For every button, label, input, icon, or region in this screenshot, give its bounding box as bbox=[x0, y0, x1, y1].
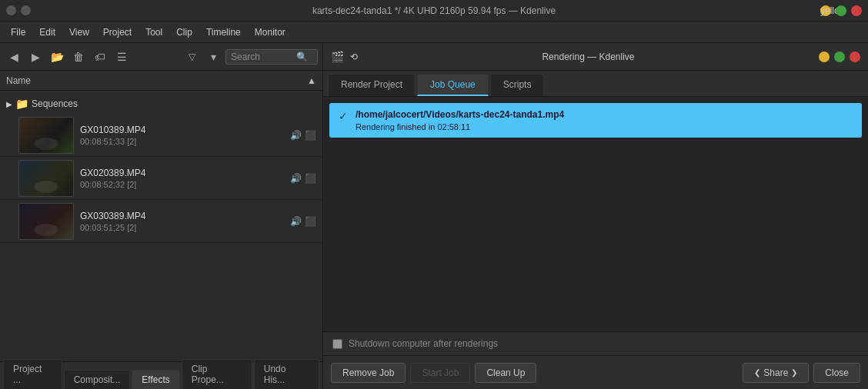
search-input[interactable] bbox=[231, 52, 296, 62]
clip-thumbnail-2 bbox=[18, 160, 74, 197]
folder-icon: 📁 bbox=[15, 98, 28, 110]
tab-clip-prope[interactable]: Clip Prope... bbox=[182, 359, 252, 389]
left-toolbar: ◀ ▶ 📂 🗑 🏷 ☰ ▽ ▾ 🔍 bbox=[0, 43, 322, 71]
menu-clip[interactable]: Clip bbox=[170, 25, 199, 40]
share-button[interactable]: ❮ Share ❯ bbox=[743, 363, 809, 383]
menu-timeline[interactable]: Timeline bbox=[200, 25, 247, 40]
job-item[interactable]: ✓ /home/jalcocert/Videos/karts-dec24-tan… bbox=[329, 103, 862, 138]
name-label: Name bbox=[6, 75, 31, 86]
window-btn-red[interactable] bbox=[851, 5, 862, 16]
right-window-controls: yellow bbox=[820, 5, 862, 16]
rendering-title: Rendering — Kdenlive bbox=[542, 52, 634, 62]
rendering-btn-green[interactable] bbox=[834, 52, 845, 62]
right-action-buttons: ❮ Share ❯ Close bbox=[743, 363, 860, 383]
tab-render-project[interactable]: Render Project bbox=[328, 74, 416, 96]
job-checkmark-icon: ✓ bbox=[339, 110, 348, 122]
rendering-arrow-icon: ⟲ bbox=[350, 52, 358, 62]
video-icon-2: ⬛ bbox=[305, 173, 316, 184]
clip-thumbnail-3 bbox=[18, 203, 74, 240]
shutdown-label: Shutdown computer after renderings bbox=[349, 338, 498, 349]
start-job-button[interactable]: Start Job bbox=[410, 363, 470, 383]
list-item[interactable]: GX010389.MP4 00:08:51;33 [2] 🔊 ⬛ bbox=[0, 114, 322, 157]
close-button[interactable]: Close bbox=[813, 363, 860, 383]
window-btn-yellow[interactable]: yellow bbox=[820, 5, 831, 16]
shutdown-checkbox[interactable] bbox=[332, 339, 342, 349]
clip-info-2: GX020389.MP4 00:08:52;32 [2] bbox=[80, 168, 284, 189]
share-chevron-right-icon: ❯ bbox=[791, 368, 797, 377]
search-icon: 🔍 bbox=[296, 52, 308, 62]
rendering-btn-yellow[interactable] bbox=[819, 52, 830, 62]
title-bar: karts-dec24-tanda1 */ 4K UHD 2160p 59.94… bbox=[0, 0, 868, 22]
job-path: /home/jalcocert/Videos/karts-dec24-tanda… bbox=[356, 109, 853, 120]
add-clip-btn[interactable]: 📂 bbox=[48, 48, 66, 66]
rendering-window-btns bbox=[819, 52, 860, 62]
clip-name-3: GX030389.MP4 bbox=[80, 211, 284, 221]
action-bar: Remove Job Start Job Clean Up ❮ Share ❯ … bbox=[323, 355, 868, 389]
traffic-light-close[interactable] bbox=[6, 5, 16, 15]
clip-icons-1: 🔊 ⬛ bbox=[290, 130, 316, 141]
clean-up-button[interactable]: Clean Up bbox=[475, 363, 536, 383]
job-info: /home/jalcocert/Videos/karts-dec24-tanda… bbox=[356, 109, 853, 131]
tab-scripts[interactable]: Scripts bbox=[490, 74, 545, 96]
remove-job-button[interactable]: Remove Job bbox=[331, 363, 406, 383]
bottom-tab-bar: Project ... Composit... Effects Clip Pro… bbox=[0, 361, 322, 389]
shutdown-row: Shutdown computer after renderings bbox=[323, 331, 868, 355]
menu-file[interactable]: File bbox=[5, 25, 32, 40]
right-panel: 🎬 ⟲ Rendering — Kdenlive Render Project … bbox=[323, 43, 868, 389]
clip-name-2: GX020389.MP4 bbox=[80, 168, 284, 178]
filter-btn[interactable]: ▽ bbox=[182, 48, 201, 66]
rendering-app-icon: 🎬 bbox=[331, 51, 344, 63]
menu-tool[interactable]: Tool bbox=[139, 25, 169, 40]
video-icon-3: ⬛ bbox=[305, 216, 316, 227]
menu-monitor[interactable]: Monitor bbox=[249, 25, 292, 40]
video-icon-1: ⬛ bbox=[305, 130, 316, 141]
audio-icon-1: 🔊 bbox=[290, 130, 302, 141]
clip-info-3: GX030389.MP4 00:03:51;25 [2] bbox=[80, 211, 284, 232]
share-chevron-left-icon: ❮ bbox=[754, 368, 760, 377]
menu-edit[interactable]: Edit bbox=[33, 25, 62, 40]
tab-job-queue[interactable]: Job Queue bbox=[417, 74, 489, 96]
delete-btn[interactable]: 🗑 bbox=[69, 48, 88, 66]
traffic-light-min[interactable] bbox=[21, 5, 31, 15]
job-content: ✓ /home/jalcocert/Videos/karts-dec24-tan… bbox=[323, 97, 868, 331]
forward-btn[interactable]: ▶ bbox=[26, 48, 45, 66]
clip-icons-2: 🔊 ⬛ bbox=[290, 173, 316, 184]
list-view-btn[interactable]: ☰ bbox=[112, 48, 131, 66]
tab-undo-his[interactable]: Undo His... bbox=[254, 359, 319, 389]
clip-duration-2: 00:08:52;32 [2] bbox=[80, 180, 284, 189]
tab-composit[interactable]: Composit... bbox=[64, 370, 131, 389]
list-item[interactable]: GX020389.MP4 00:08:52;32 [2] 🔊 ⬛ bbox=[0, 157, 322, 200]
filter-dropdown-btn[interactable]: ▾ bbox=[204, 48, 222, 66]
list-item[interactable]: GX030389.MP4 00:03:51;25 [2] 🔊 ⬛ bbox=[0, 200, 322, 243]
search-box: 🔍 bbox=[225, 49, 318, 65]
filter-icon: ▽ bbox=[189, 52, 195, 62]
left-panel: ◀ ▶ 📂 🗑 🏷 ☰ ▽ ▾ 🔍 Name ▲ ▶ 📁 bbox=[0, 43, 323, 389]
panel-header: Name ▲ bbox=[0, 71, 322, 91]
clip-duration-1: 00:08:51;33 [2] bbox=[80, 137, 284, 146]
menu-project[interactable]: Project bbox=[97, 25, 138, 40]
tag-btn[interactable]: 🏷 bbox=[91, 48, 109, 66]
clip-icons-3: 🔊 ⬛ bbox=[290, 216, 316, 227]
sequences-folder[interactable]: ▶ 📁 Sequences bbox=[0, 94, 322, 114]
share-label: Share bbox=[763, 367, 788, 378]
audio-icon-2: 🔊 bbox=[290, 173, 302, 184]
back-btn[interactable]: ◀ bbox=[5, 48, 23, 66]
clip-info-1: GX010389.MP4 00:08:51;33 [2] bbox=[80, 125, 284, 146]
folder-name: Sequences bbox=[32, 98, 78, 109]
clip-name-1: GX010389.MP4 bbox=[80, 125, 284, 135]
main-content: ◀ ▶ 📂 🗑 🏷 ☰ ▽ ▾ 🔍 Name ▲ ▶ 📁 bbox=[0, 43, 868, 389]
audio-icon-3: 🔊 bbox=[290, 216, 302, 227]
collapse-icon[interactable]: ▲ bbox=[307, 75, 316, 86]
window-btn-green[interactable] bbox=[836, 5, 846, 16]
tab-project[interactable]: Project ... bbox=[3, 359, 62, 389]
rendering-btn-red[interactable] bbox=[850, 52, 860, 62]
window-controls bbox=[6, 5, 31, 15]
menu-bar: File Edit View Project Tool Clip Timelin… bbox=[0, 22, 868, 43]
rendering-header: 🎬 ⟲ Rendering — Kdenlive bbox=[323, 43, 868, 71]
rendering-header-left: 🎬 ⟲ bbox=[331, 51, 358, 63]
clip-duration-3: 00:03:51;25 [2] bbox=[80, 223, 284, 232]
tab-effects[interactable]: Effects bbox=[132, 370, 179, 389]
job-status: Rendering finished in 02:58:11 bbox=[356, 122, 853, 131]
menu-view[interactable]: View bbox=[63, 25, 95, 40]
folder-arrow-icon: ▶ bbox=[6, 100, 12, 108]
